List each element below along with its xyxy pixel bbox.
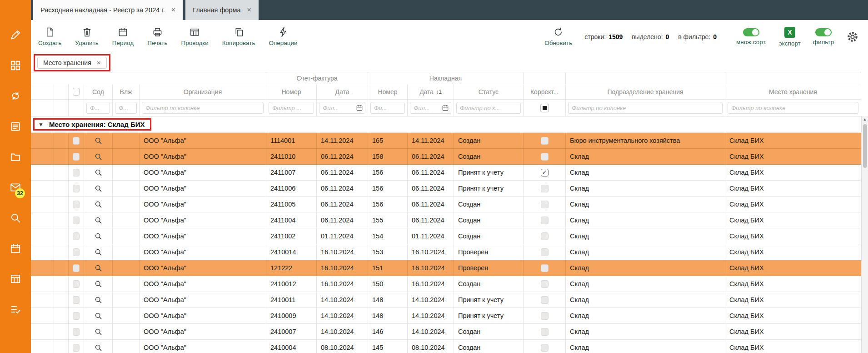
export-button[interactable]: X экспорт: [779, 27, 801, 47]
magnifier-icon[interactable]: [95, 328, 102, 336]
create-button[interactable]: Создать: [38, 27, 61, 46]
chip-close-icon[interactable]: ×: [97, 59, 101, 66]
sidebar-edit-button[interactable]: [9, 28, 22, 42]
delete-button[interactable]: Удалить: [75, 27, 99, 46]
magnifier-icon[interactable]: [95, 185, 102, 192]
corr-checkbox[interactable]: [541, 264, 549, 272]
sidebar-mail-button[interactable]: 32: [9, 181, 22, 194]
calendar-icon[interactable]: [442, 105, 449, 111]
corr-checkbox[interactable]: ✓: [541, 169, 549, 176]
table-row[interactable]: ООО "Альфа" 2411010 06.11.2024 158 06.11…: [31, 149, 861, 165]
period-button[interactable]: Период: [112, 27, 134, 46]
row-checkbox[interactable]: [73, 232, 80, 240]
table-row[interactable]: ООО "Альфа" 2410004 08.10.2024 145 08.10…: [31, 340, 861, 353]
magnifier-icon[interactable]: [95, 280, 102, 288]
magnifier-icon[interactable]: [95, 296, 102, 304]
col-storage-place[interactable]: Место хранения: [725, 84, 861, 100]
col-invoice-number[interactable]: Номер: [266, 84, 317, 100]
corr-checkbox[interactable]: [541, 137, 549, 145]
corr-checkbox[interactable]: [541, 232, 549, 240]
corr-checkbox[interactable]: [541, 280, 549, 288]
magnifier-icon[interactable]: [95, 153, 102, 161]
tab-close-icon[interactable]: ×: [171, 6, 175, 14]
vertical-scrollbar[interactable]: ▲: [861, 116, 868, 353]
collapse-triangle-icon[interactable]: ▼: [38, 121, 44, 128]
table-row[interactable]: ООО "Альфа" 2411006 06.11.2024 156 06.11…: [31, 181, 861, 197]
sidebar-folder-button[interactable]: [9, 150, 22, 164]
row-checkbox[interactable]: [73, 201, 80, 208]
col-department[interactable]: Подразделение хранения: [566, 84, 725, 100]
sidebar-tables-button[interactable]: [9, 272, 22, 286]
calendar-icon[interactable]: [356, 105, 363, 111]
select-all-checkbox[interactable]: [73, 88, 80, 96]
corr-checkbox[interactable]: [541, 296, 549, 304]
multisort-toggle[interactable]: множ.сорт.: [736, 28, 767, 45]
table-row[interactable]: ООО "Альфа" 2410009 14.10.2024 148 14.10…: [31, 308, 861, 324]
corr-checkbox[interactable]: [541, 248, 549, 256]
row-checkbox[interactable]: [73, 137, 80, 145]
row-checkbox[interactable]: [73, 280, 80, 288]
row-checkbox[interactable]: [73, 328, 80, 336]
filter-storage-place-input[interactable]: [728, 102, 858, 114]
print-button[interactable]: Печать: [147, 27, 167, 46]
filter-organization-input[interactable]: [142, 102, 264, 114]
magnifier-icon[interactable]: [95, 169, 102, 176]
sidebar-calendar-button[interactable]: [9, 242, 22, 255]
row-checkbox[interactable]: [73, 296, 80, 304]
row-checkbox[interactable]: [73, 153, 80, 161]
table-row[interactable]: ООО "Альфа" 2410014 16.10.2024 153 16.10…: [31, 244, 861, 260]
magnifier-icon[interactable]: [95, 217, 102, 224]
tab-close-icon[interactable]: ×: [247, 6, 251, 14]
row-checkbox[interactable]: [73, 248, 80, 256]
grouping-chip[interactable]: Место хранения ×: [37, 57, 107, 69]
col-invoice-date[interactable]: Дата: [317, 84, 368, 100]
row-checkbox[interactable]: [73, 264, 80, 272]
refresh-button[interactable]: Обновить: [544, 27, 572, 46]
table-row[interactable]: ООО "Альфа" 2411005 06.11.2024 156 06.11…: [31, 197, 861, 212]
table-row[interactable]: ООО "Альфа" 2410012 16.10.2024 150 16.10…: [31, 276, 861, 292]
col-organization[interactable]: Организация: [140, 84, 266, 100]
filter-waybill-number-input[interactable]: [370, 102, 405, 114]
sidebar-modules-button[interactable]: [9, 59, 22, 72]
corr-checkbox[interactable]: [541, 328, 549, 336]
magnifier-icon[interactable]: [95, 312, 102, 320]
col-waybill-number[interactable]: Номер: [368, 84, 408, 100]
col-status[interactable]: Статус: [454, 84, 524, 100]
filter-invoice-number-input[interactable]: [269, 102, 314, 114]
col-correction[interactable]: Коррект...: [524, 84, 566, 100]
row-checkbox[interactable]: [73, 169, 80, 176]
table-row[interactable]: ООО "Альфа" 2410011 14.10.2024 148 14.10…: [31, 292, 861, 308]
tab-registry[interactable]: Расходная накладная - Реестр за 2024 г. …: [33, 0, 183, 20]
filter-vlj-input[interactable]: [115, 102, 137, 114]
magnifier-icon[interactable]: [95, 264, 102, 272]
settings-button[interactable]: [846, 30, 859, 43]
operations-button[interactable]: Операции: [269, 27, 297, 46]
filter-department-input[interactable]: [568, 102, 723, 114]
table-row[interactable]: ООО "Альфа" 121222 16.10.2024 151 16.10.…: [31, 260, 861, 276]
sidebar-tasks-button[interactable]: [9, 303, 22, 316]
col-vlj[interactable]: Влж: [113, 84, 140, 100]
corr-checkbox[interactable]: [541, 153, 549, 161]
corr-checkbox[interactable]: [541, 217, 549, 224]
table-row[interactable]: ООО "Альфа" 2411007 06.11.2024 156 06.11…: [31, 165, 861, 181]
copy-button[interactable]: Копировать: [222, 27, 255, 46]
tab-main-form[interactable]: Главная форма ×: [185, 0, 259, 20]
table-row[interactable]: ООО "Альфа" 1114001 14.11.2024 165 14.11…: [31, 133, 861, 149]
corr-filter-checkbox[interactable]: [540, 104, 549, 112]
group-row[interactable]: ▼ Место хранения: Склад БИХ: [31, 116, 861, 133]
corr-checkbox[interactable]: [541, 344, 549, 352]
table-row[interactable]: ООО "Альфа" 2410007 14.10.2024 146 14.10…: [31, 324, 861, 340]
filter-sod-input[interactable]: [86, 102, 110, 114]
magnifier-icon[interactable]: [95, 137, 102, 145]
postings-button[interactable]: Проводки: [181, 27, 208, 46]
col-waybill-date[interactable]: Дата↓1: [408, 84, 454, 100]
table-row[interactable]: ООО "Альфа" 2411004 06.11.2024 155 06.11…: [31, 212, 861, 228]
row-checkbox[interactable]: [73, 312, 80, 320]
corr-checkbox[interactable]: [541, 201, 549, 208]
filter-status-input[interactable]: [456, 102, 521, 114]
magnifier-icon[interactable]: [95, 248, 102, 256]
scroll-thumb[interactable]: [863, 124, 867, 168]
sidebar-documents-button[interactable]: [9, 120, 22, 133]
row-checkbox[interactable]: [73, 185, 80, 192]
corr-checkbox[interactable]: [541, 312, 549, 320]
